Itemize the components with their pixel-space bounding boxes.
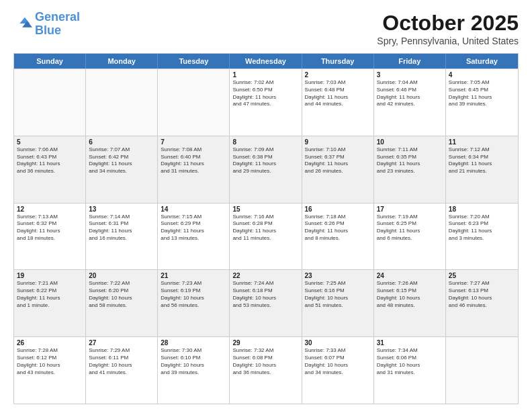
cal-cell-0-4: 2Sunrise: 7:03 AM Sunset: 6:48 PM Daylig… [302, 69, 374, 136]
day-number: 31 [377, 339, 443, 347]
cell-info: Sunrise: 7:23 AM Sunset: 6:19 PM Dayligh… [161, 280, 226, 309]
cal-cell-0-5: 3Sunrise: 7:04 AM Sunset: 6:46 PM Daylig… [374, 69, 446, 136]
day-number: 7 [161, 138, 226, 146]
day-number: 10 [377, 138, 443, 146]
day-number: 22 [232, 272, 298, 279]
cal-cell-0-2 [158, 69, 230, 136]
header: General Blue October 2025 Spry, Pennsylv… [13, 11, 519, 46]
cal-cell-1-2: 7Sunrise: 7:08 AM Sunset: 6:40 PM Daylig… [158, 136, 230, 203]
cell-info: Sunrise: 7:26 AM Sunset: 6:15 PM Dayligh… [377, 280, 443, 309]
calendar-header: SundayMondayTuesdayWednesdayThursdayFrid… [14, 54, 518, 68]
day-number: 19 [17, 272, 83, 279]
cal-cell-1-4: 9Sunrise: 7:10 AM Sunset: 6:37 PM Daylig… [302, 136, 374, 203]
cal-cell-4-2: 28Sunrise: 7:30 AM Sunset: 6:10 PM Dayli… [158, 337, 230, 404]
cell-info: Sunrise: 7:02 AM Sunset: 6:50 PM Dayligh… [232, 79, 298, 108]
cal-cell-2-0: 12Sunrise: 7:13 AM Sunset: 6:32 PM Dayli… [14, 203, 86, 270]
cal-cell-1-3: 8Sunrise: 7:09 AM Sunset: 6:38 PM Daylig… [230, 136, 302, 203]
cell-info: Sunrise: 7:27 AM Sunset: 6:13 PM Dayligh… [449, 280, 515, 309]
cell-info: Sunrise: 7:18 AM Sunset: 6:26 PM Dayligh… [305, 214, 371, 242]
day-number: 3 [377, 71, 443, 79]
cell-info: Sunrise: 7:24 AM Sunset: 6:18 PM Dayligh… [232, 280, 298, 309]
day-number: 14 [161, 205, 226, 213]
cell-info: Sunrise: 7:28 AM Sunset: 6:12 PM Dayligh… [17, 347, 83, 376]
title-block: October 2025 Spry, Pennsylvania, United … [377, 11, 519, 46]
day-number: 8 [232, 138, 298, 146]
cal-cell-1-1: 6Sunrise: 7:07 AM Sunset: 6:42 PM Daylig… [86, 136, 158, 203]
calendar-row-4: 26Sunrise: 7:28 AM Sunset: 6:12 PM Dayli… [14, 336, 518, 404]
day-number: 17 [377, 205, 443, 213]
cal-cell-1-6: 11Sunrise: 7:12 AM Sunset: 6:34 PM Dayli… [446, 136, 518, 203]
page: General Blue October 2025 Spry, Pennsylv… [0, 0, 532, 411]
cal-cell-4-4: 30Sunrise: 7:33 AM Sunset: 6:07 PM Dayli… [302, 337, 374, 404]
day-number: 23 [305, 272, 371, 279]
header-day-thursday: Thursday [302, 54, 374, 68]
cell-info: Sunrise: 7:11 AM Sunset: 6:35 PM Dayligh… [377, 146, 443, 175]
cell-info: Sunrise: 7:29 AM Sunset: 6:11 PM Dayligh… [89, 347, 154, 376]
cell-info: Sunrise: 7:22 AM Sunset: 6:20 PM Dayligh… [89, 280, 154, 309]
day-number: 20 [89, 272, 154, 279]
cell-info: Sunrise: 7:33 AM Sunset: 6:07 PM Dayligh… [305, 347, 371, 376]
day-number: 24 [377, 272, 443, 279]
cal-cell-2-1: 13Sunrise: 7:14 AM Sunset: 6:31 PM Dayli… [86, 203, 158, 270]
cal-cell-3-2: 21Sunrise: 7:23 AM Sunset: 6:19 PM Dayli… [158, 270, 230, 336]
calendar: SundayMondayTuesdayWednesdayThursdayFrid… [13, 53, 519, 404]
header-day-tuesday: Tuesday [158, 54, 230, 68]
day-number: 15 [232, 205, 298, 213]
cal-cell-4-5: 31Sunrise: 7:34 AM Sunset: 6:06 PM Dayli… [374, 337, 446, 404]
cell-info: Sunrise: 7:21 AM Sunset: 6:22 PM Dayligh… [17, 280, 83, 309]
cal-cell-0-3: 1Sunrise: 7:02 AM Sunset: 6:50 PM Daylig… [230, 69, 302, 136]
day-number: 4 [449, 71, 515, 79]
day-number: 6 [89, 138, 154, 146]
day-number: 29 [232, 339, 298, 347]
cal-cell-1-5: 10Sunrise: 7:11 AM Sunset: 6:35 PM Dayli… [374, 136, 446, 203]
cell-info: Sunrise: 7:25 AM Sunset: 6:16 PM Dayligh… [305, 280, 371, 309]
cal-cell-3-4: 23Sunrise: 7:25 AM Sunset: 6:16 PM Dayli… [302, 270, 374, 336]
cell-info: Sunrise: 7:12 AM Sunset: 6:34 PM Dayligh… [449, 146, 515, 175]
cell-info: Sunrise: 7:08 AM Sunset: 6:40 PM Dayligh… [161, 146, 226, 175]
day-number: 16 [305, 205, 371, 213]
logo: General Blue [13, 11, 80, 38]
cal-cell-1-0: 5Sunrise: 7:06 AM Sunset: 6:43 PM Daylig… [14, 136, 86, 203]
day-number: 12 [17, 205, 83, 213]
header-day-monday: Monday [86, 54, 158, 68]
cal-cell-3-5: 24Sunrise: 7:26 AM Sunset: 6:15 PM Dayli… [374, 270, 446, 336]
cal-cell-2-6: 18Sunrise: 7:20 AM Sunset: 6:23 PM Dayli… [446, 203, 518, 270]
cell-info: Sunrise: 7:16 AM Sunset: 6:28 PM Dayligh… [232, 214, 298, 242]
cal-cell-2-4: 16Sunrise: 7:18 AM Sunset: 6:26 PM Dayli… [302, 203, 374, 270]
calendar-row-3: 19Sunrise: 7:21 AM Sunset: 6:22 PM Dayli… [14, 269, 518, 336]
cell-info: Sunrise: 7:03 AM Sunset: 6:48 PM Dayligh… [305, 79, 371, 108]
main-title: October 2025 [377, 11, 519, 36]
day-number: 21 [161, 272, 226, 279]
cal-cell-3-0: 19Sunrise: 7:21 AM Sunset: 6:22 PM Dayli… [14, 270, 86, 336]
logo-line2: Blue [35, 24, 61, 37]
header-day-sunday: Sunday [14, 54, 86, 68]
cal-cell-2-2: 14Sunrise: 7:15 AM Sunset: 6:29 PM Dayli… [158, 203, 230, 270]
cal-cell-4-0: 26Sunrise: 7:28 AM Sunset: 6:12 PM Dayli… [14, 337, 86, 404]
cal-cell-4-3: 29Sunrise: 7:32 AM Sunset: 6:08 PM Dayli… [230, 337, 302, 404]
cell-info: Sunrise: 7:14 AM Sunset: 6:31 PM Dayligh… [89, 214, 154, 242]
calendar-row-0: 1Sunrise: 7:02 AM Sunset: 6:50 PM Daylig… [14, 68, 518, 136]
day-number: 27 [89, 339, 154, 347]
cell-info: Sunrise: 7:05 AM Sunset: 6:45 PM Dayligh… [449, 79, 515, 108]
cell-info: Sunrise: 7:07 AM Sunset: 6:42 PM Dayligh… [89, 146, 154, 175]
cal-cell-3-3: 22Sunrise: 7:24 AM Sunset: 6:18 PM Dayli… [230, 270, 302, 336]
cell-info: Sunrise: 7:19 AM Sunset: 6:25 PM Dayligh… [377, 214, 443, 242]
cell-info: Sunrise: 7:20 AM Sunset: 6:23 PM Dayligh… [449, 214, 515, 242]
cal-cell-2-3: 15Sunrise: 7:16 AM Sunset: 6:28 PM Dayli… [230, 203, 302, 270]
day-number: 26 [17, 339, 83, 347]
header-day-saturday: Saturday [446, 54, 518, 68]
cal-cell-4-6 [446, 337, 518, 404]
cell-info: Sunrise: 7:10 AM Sunset: 6:37 PM Dayligh… [305, 146, 371, 175]
day-number: 11 [449, 138, 515, 146]
cell-info: Sunrise: 7:15 AM Sunset: 6:29 PM Dayligh… [161, 214, 226, 242]
cell-info: Sunrise: 7:06 AM Sunset: 6:43 PM Dayligh… [17, 146, 83, 175]
calendar-row-1: 5Sunrise: 7:06 AM Sunset: 6:43 PM Daylig… [14, 136, 518, 203]
day-number: 30 [305, 339, 371, 347]
header-day-friday: Friday [374, 54, 446, 68]
header-day-wednesday: Wednesday [230, 54, 302, 68]
cal-cell-3-6: 25Sunrise: 7:27 AM Sunset: 6:13 PM Dayli… [446, 270, 518, 336]
cal-cell-0-0 [14, 69, 86, 136]
logo-line1: General [35, 10, 80, 24]
calendar-row-2: 12Sunrise: 7:13 AM Sunset: 6:32 PM Dayli… [14, 203, 518, 270]
day-number: 1 [232, 71, 298, 79]
